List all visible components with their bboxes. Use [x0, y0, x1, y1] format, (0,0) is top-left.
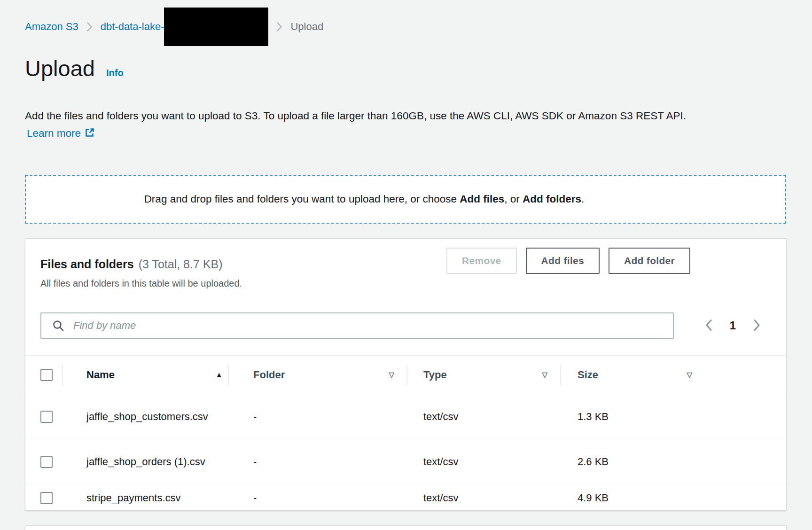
files-and-folders-panel: Files and folders (3 Total, 8.7 KB) All … [25, 238, 787, 511]
files-table: Name ▲ Folder ▽ Type ▽ Size ▽ jaffle_sho… [25, 355, 786, 510]
redacted-bucket-name [164, 8, 268, 46]
cell-folder: - [228, 456, 407, 468]
cell-type: text/csv [407, 456, 561, 468]
drag-and-drop-zone[interactable]: Drag and drop files and folders you want… [25, 175, 786, 224]
dropzone-add-folders-label: Add folders [523, 193, 581, 205]
cell-type: text/csv [407, 492, 561, 504]
panel-actions: Remove Add files Add folder [446, 248, 690, 274]
previous-page-button[interactable] [705, 319, 713, 333]
cell-folder: - [228, 492, 407, 504]
sort-icon: ▽ [542, 371, 547, 379]
panel-subtitle: All files and folders in this table will… [40, 278, 242, 289]
panel-title: Files and folders [40, 257, 134, 271]
pagination: 1 [705, 319, 761, 333]
column-header-folder[interactable]: Folder ▽ [228, 356, 407, 394]
sort-ascending-icon: ▲ [215, 371, 223, 379]
column-header-type[interactable]: Type ▽ [407, 356, 561, 394]
table-row: stripe_payments.csv - text/csv 4.9 KB [25, 484, 786, 511]
search-box [40, 312, 674, 339]
breadcrumb-bucket: dbt-data-lake- [101, 8, 269, 46]
intro-paragraph: Add the files and folders you want to up… [25, 107, 705, 143]
row-checkbox[interactable] [40, 492, 53, 504]
column-header-size[interactable]: Size ▽ [561, 356, 786, 394]
column-label-size: Size [578, 369, 598, 381]
external-link-icon [84, 129, 95, 140]
sort-icon: ▽ [687, 371, 692, 379]
search-icon [52, 320, 64, 332]
cell-size: 2.6 KB [561, 456, 786, 468]
chevron-right-icon [753, 319, 761, 333]
table-header-row: Name ▲ Folder ▽ Type ▽ Size ▽ [25, 355, 786, 394]
page-title: Upload [25, 55, 95, 81]
breadcrumb: Amazon S3 dbt-data-lake- Upload [25, 8, 323, 46]
select-all-checkbox[interactable] [40, 369, 53, 381]
cell-name: stripe_payments.csv [86, 489, 211, 507]
breadcrumb-amazon-s3-link[interactable]: Amazon S3 [25, 21, 78, 33]
learn-more-label: Learn more [27, 127, 81, 139]
page-header: Upload Info [25, 55, 124, 81]
table-row: jaffle_shop_orders (1).csv - text/csv 2.… [25, 439, 786, 484]
select-all-cell [25, 356, 62, 394]
chevron-right-icon [276, 22, 282, 32]
column-label-type: Type [423, 369, 447, 381]
chevron-right-icon [86, 22, 93, 32]
next-panel-edge [25, 525, 787, 530]
breadcrumb-bucket-link[interactable]: dbt-data-lake- [101, 21, 164, 33]
cell-name: jaffle_shop_customers.csv [86, 408, 211, 425]
add-files-button[interactable]: Add files [526, 248, 600, 274]
dropzone-text: Drag and drop files and folders you want… [144, 193, 585, 205]
table-row: jaffle_shop_customers.csv - text/csv 1.3… [25, 394, 786, 439]
cell-name: jaffle_shop_orders (1).csv [86, 453, 211, 470]
sort-icon: ▽ [389, 371, 394, 379]
cell-folder: - [228, 411, 407, 423]
info-link[interactable]: Info [106, 68, 124, 78]
column-header-name[interactable]: Name ▲ [62, 356, 228, 394]
search-input[interactable] [72, 319, 665, 332]
cell-size: 4.9 KB [561, 492, 786, 504]
add-folder-button[interactable]: Add folder [609, 248, 690, 274]
row-checkbox[interactable] [40, 411, 53, 423]
breadcrumb-current-page: Upload [290, 21, 323, 33]
panel-header: Files and folders (3 Total, 8.7 KB) All … [40, 257, 242, 289]
column-label-name: Name [86, 369, 115, 381]
search-row: 1 [40, 312, 761, 339]
remove-button[interactable]: Remove [446, 248, 517, 274]
current-page-number[interactable]: 1 [730, 319, 736, 332]
cell-size: 1.3 KB [561, 411, 786, 423]
column-label-folder: Folder [253, 369, 285, 381]
panel-count-summary: (3 Total, 8.7 KB) [139, 257, 223, 271]
next-page-button[interactable] [753, 319, 761, 333]
learn-more-link[interactable]: Learn more [27, 127, 95, 139]
row-checkbox[interactable] [40, 456, 53, 468]
cell-type: text/csv [407, 411, 561, 423]
chevron-left-icon [705, 319, 713, 333]
intro-text: Add the files and folders you want to up… [25, 110, 686, 122]
dropzone-add-files-label: Add files [460, 193, 504, 205]
